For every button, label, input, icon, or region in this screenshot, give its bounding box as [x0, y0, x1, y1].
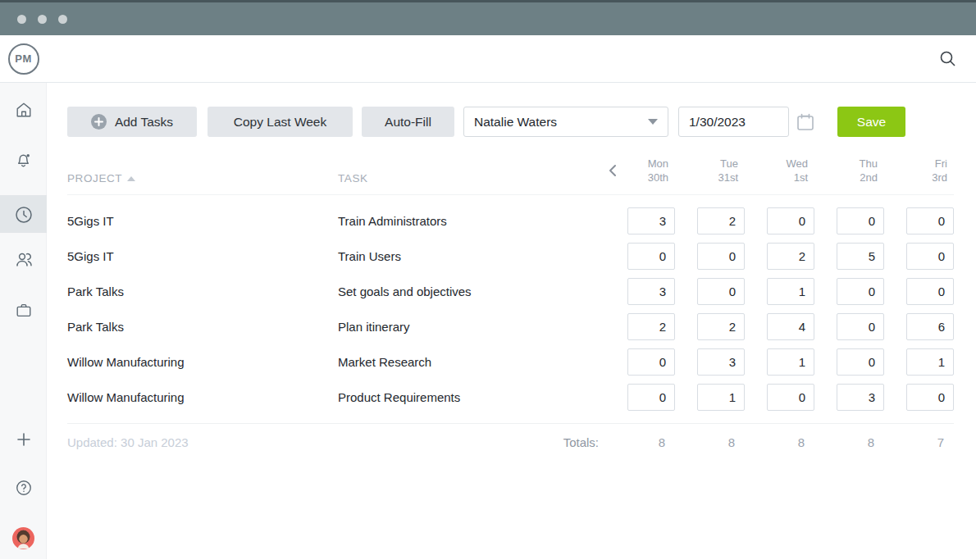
assignee-selected-value: Natalie Waters	[474, 115, 557, 130]
hours-input[interactable]	[697, 207, 745, 234]
task-cell: Product Requirements	[338, 390, 605, 404]
chevron-left-icon	[607, 163, 618, 178]
hours-input[interactable]	[697, 348, 745, 376]
project-cell: Park Talks	[67, 285, 338, 298]
sidebar-item-add[interactable]	[0, 427, 47, 452]
hours-input[interactable]	[627, 384, 675, 411]
hours-input[interactable]	[837, 313, 884, 340]
copy-last-week-button[interactable]: Copy Last Week	[208, 107, 353, 137]
day-total: 8	[745, 435, 814, 449]
updated-timestamp: Updated: 30 Jan 2023	[67, 435, 338, 449]
people-icon	[14, 249, 34, 269]
table-row: Willow Manufacturing Product Requirement…	[67, 380, 954, 415]
day-total: 8	[605, 435, 675, 449]
day-total: 8	[675, 435, 745, 449]
hours-input[interactable]	[767, 243, 814, 270]
project-cell: 5Gigs IT	[67, 214, 338, 228]
avatar	[12, 527, 34, 549]
project-cell: Willow Manufacturing	[67, 355, 338, 369]
date-input[interactable]	[678, 107, 789, 137]
bell-icon	[14, 151, 33, 170]
sidebar-item-team[interactable]	[0, 247, 47, 271]
hours-input[interactable]	[627, 207, 675, 234]
help-icon	[15, 479, 33, 497]
window-control-dot[interactable]	[17, 15, 26, 24]
sidebar-item-timesheets[interactable]	[0, 203, 47, 227]
plus-circle-icon	[91, 114, 107, 130]
app-header: PM	[0, 35, 976, 83]
hours-input[interactable]	[697, 384, 745, 411]
hours-input[interactable]	[837, 207, 884, 234]
hours-input[interactable]	[697, 278, 745, 305]
day-column-header: Tue31st	[675, 157, 745, 184]
pm-logo-icon: PM	[8, 43, 39, 75]
project-cell: Park Talks	[67, 320, 338, 334]
sort-ascending-icon	[127, 176, 135, 181]
hours-input[interactable]	[627, 278, 675, 305]
assignee-select[interactable]: Natalie Waters	[463, 107, 668, 137]
hours-input[interactable]	[906, 207, 954, 234]
save-button[interactable]: Save	[837, 107, 905, 137]
task-cell: Market Research	[338, 355, 605, 369]
hours-input[interactable]	[837, 278, 884, 305]
day-column-header: Thu2nd	[814, 157, 884, 184]
sidebar-item-profile[interactable]	[0, 526, 47, 550]
sidebar-item-help[interactable]	[0, 476, 47, 500]
toolbar: Add Tasks Copy Last Week Auto-Fill Natal…	[67, 107, 976, 137]
window-titlebar	[0, 0, 976, 35]
app-logo[interactable]: PM	[0, 35, 47, 82]
day-total: 7	[884, 435, 954, 449]
auto-fill-button[interactable]: Auto-Fill	[362, 107, 454, 137]
day-column-header: Fri3rd	[884, 157, 954, 184]
hours-input[interactable]	[767, 278, 814, 305]
hours-input[interactable]	[697, 313, 745, 340]
day-column-header: Wed1st	[745, 157, 814, 184]
table-row: Park Talks Set goals and objectives	[67, 274, 954, 309]
table-row: Park Talks Plan itinerary	[67, 309, 954, 344]
clock-icon	[14, 205, 34, 225]
hours-input[interactable]	[837, 243, 884, 270]
previous-week-button[interactable]	[607, 163, 618, 178]
hours-input[interactable]	[906, 243, 954, 270]
sidebar-item-home[interactable]	[0, 98, 47, 122]
table-footer: Updated: 30 Jan 2023 Totals: 8 8 8 8 7	[67, 423, 954, 461]
hours-input[interactable]	[906, 313, 954, 340]
hours-input[interactable]	[627, 348, 675, 376]
search-icon	[939, 50, 956, 67]
sidebar-item-notifications[interactable]	[0, 148, 47, 172]
hours-input[interactable]	[627, 313, 675, 340]
window-control-dot[interactable]	[58, 15, 67, 24]
window-control-dot[interactable]	[38, 15, 47, 24]
hours-input[interactable]	[767, 207, 814, 234]
project-cell: Willow Manufacturing	[67, 390, 338, 404]
table-row: 5Gigs IT Train Users	[67, 239, 954, 274]
day-total: 8	[814, 435, 884, 449]
hours-input[interactable]	[767, 384, 814, 411]
sidebar-item-projects[interactable]	[0, 298, 47, 322]
sidebar	[0, 83, 47, 559]
task-cell: Plan itinerary	[338, 320, 605, 334]
hours-input[interactable]	[837, 348, 884, 376]
project-column-header[interactable]: PROJECT	[67, 172, 338, 184]
hours-input[interactable]	[627, 243, 675, 270]
add-tasks-label: Add Tasks	[115, 115, 173, 130]
search-button[interactable]	[939, 50, 956, 67]
add-tasks-button[interactable]: Add Tasks	[67, 107, 197, 137]
hours-input[interactable]	[767, 313, 814, 340]
hours-input[interactable]	[906, 348, 954, 376]
task-cell: Set goals and objectives	[338, 285, 605, 298]
day-column-header: Mon 30th	[605, 157, 675, 184]
table-row: Willow Manufacturing Market Research	[67, 344, 954, 380]
hours-input[interactable]	[767, 348, 814, 376]
hours-input[interactable]	[906, 278, 954, 305]
hours-input[interactable]	[906, 384, 954, 411]
hours-input[interactable]	[837, 384, 884, 411]
table-row: 5Gigs IT Train Administrators	[67, 203, 954, 239]
hours-input[interactable]	[697, 243, 745, 270]
main-content: Add Tasks Copy Last Week Auto-Fill Natal…	[47, 83, 976, 559]
task-cell: Train Administrators	[338, 214, 605, 228]
calendar-button[interactable]	[795, 112, 816, 133]
task-column-header[interactable]: TASK	[338, 172, 605, 184]
chevron-down-icon	[648, 119, 658, 125]
briefcase-icon	[15, 301, 33, 319]
